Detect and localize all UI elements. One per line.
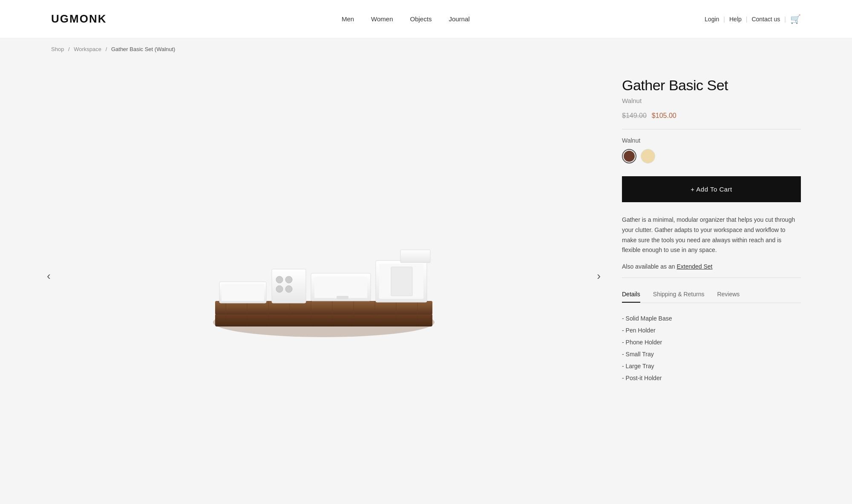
divider-3: |	[784, 16, 786, 23]
detail-item: - Large Tray	[622, 360, 801, 372]
svg-rect-31	[314, 277, 367, 298]
color-label: Walnut	[622, 137, 801, 144]
product-image	[192, 190, 456, 362]
help-link[interactable]: Help	[729, 16, 742, 23]
tab-details[interactable]: Details	[622, 291, 640, 303]
contact-link[interactable]: Contact us	[751, 16, 780, 23]
detail-item: - Small Tray	[622, 348, 801, 360]
svg-point-28	[276, 286, 283, 292]
svg-point-27	[285, 276, 292, 283]
nav-objects[interactable]: Objects	[410, 15, 432, 23]
breadcrumb: Shop / Workspace / Gather Basic Set (Wal…	[0, 38, 852, 60]
svg-rect-1	[215, 314, 432, 326]
tabs-area: Details Shipping & Returns Reviews - Sol…	[622, 291, 801, 384]
divider-1: |	[723, 16, 725, 23]
product-subtitle: Walnut	[622, 97, 801, 104]
detail-item: - Phone Holder	[622, 336, 801, 348]
add-to-cart-button[interactable]: + Add To Cart	[622, 176, 801, 202]
product-image-area: ‹	[51, 73, 596, 479]
site-logo[interactable]: UGMONK	[51, 12, 106, 26]
price-area: $149.00 $105.00	[622, 112, 801, 120]
svg-rect-35	[391, 267, 412, 296]
tabs-divider	[622, 278, 801, 278]
nav-journal[interactable]: Journal	[449, 15, 469, 23]
price-divider	[622, 129, 801, 129]
color-options	[622, 149, 801, 163]
breadcrumb-current: Gather Basic Set (Walnut)	[111, 46, 176, 52]
svg-point-29	[285, 286, 292, 292]
image-next-button[interactable]: ›	[593, 265, 605, 287]
product-image-container: ‹	[51, 152, 596, 399]
detail-item: - Post-it Holder	[622, 372, 801, 384]
header-right: Login | Help | Contact us | 🛒	[705, 14, 801, 24]
detail-item: - Pen Holder	[622, 324, 801, 336]
image-prev-button[interactable]: ‹	[43, 265, 55, 287]
breadcrumb-sep-2: /	[106, 46, 107, 52]
color-swatch-walnut[interactable]	[622, 149, 636, 163]
main-content: ‹	[0, 60, 852, 504]
nav-women[interactable]: Women	[371, 15, 393, 23]
tab-shipping[interactable]: Shipping & Returns	[653, 291, 705, 303]
original-price: $149.00	[622, 112, 647, 120]
breadcrumb-sep-1: /	[68, 46, 70, 52]
product-illustration	[192, 190, 456, 361]
tabs-header: Details Shipping & Returns Reviews	[622, 291, 801, 303]
svg-rect-32	[337, 296, 348, 299]
divider-2: |	[746, 16, 748, 23]
product-info: Gather Basic Set Walnut $149.00 $105.00 …	[622, 73, 801, 479]
site-header: UGMONK Men Women Objects Journal Login |…	[0, 0, 852, 38]
detail-item: - Solid Maple Base	[622, 312, 801, 324]
also-available: Also available as an Extended Set	[622, 263, 801, 270]
svg-rect-24	[222, 284, 264, 301]
details-list: - Solid Maple Base - Pen Holder - Phone …	[622, 312, 801, 384]
nav-men[interactable]: Men	[342, 15, 354, 23]
breadcrumb-workspace[interactable]: Workspace	[74, 46, 101, 52]
product-title: Gather Basic Set	[622, 77, 801, 94]
color-swatch-maple[interactable]	[641, 149, 655, 163]
svg-point-26	[276, 276, 283, 283]
cart-icon[interactable]: 🛒	[790, 14, 801, 24]
login-link[interactable]: Login	[705, 16, 719, 23]
extended-set-link[interactable]: Extended Set	[676, 263, 712, 270]
tab-reviews[interactable]: Reviews	[717, 291, 740, 303]
breadcrumb-shop[interactable]: Shop	[51, 46, 64, 52]
sale-price: $105.00	[652, 112, 676, 120]
main-nav: Men Women Objects Journal	[342, 15, 470, 23]
svg-rect-36	[400, 250, 430, 263]
product-description: Gather is a minimal, modular organizer t…	[622, 215, 801, 255]
